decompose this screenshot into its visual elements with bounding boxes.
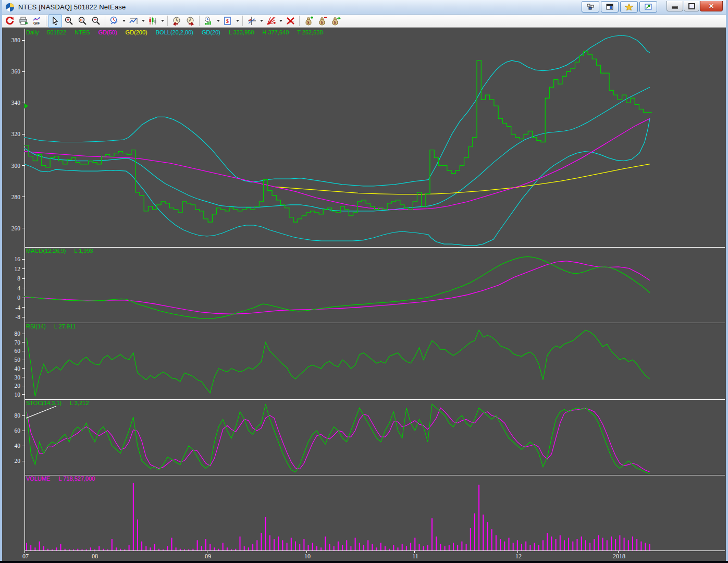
close-button[interactable]: ✕ — [700, 1, 723, 11]
y-tick-label: 300 — [11, 163, 21, 169]
axes-button[interactable] — [245, 15, 258, 28]
y-tick-label: 40 — [15, 443, 21, 449]
volume-bar — [150, 547, 151, 550]
minimize-button[interactable] — [667, 1, 683, 11]
volume-bar — [30, 545, 31, 550]
favorites-button[interactable] — [620, 1, 638, 13]
volume-bar — [534, 543, 535, 550]
volume-bar — [235, 549, 236, 550]
toolbar-separator — [242, 16, 243, 26]
y-tick-label: 12 — [15, 266, 21, 272]
volume-bar — [244, 546, 245, 550]
user-trendline[interactable] — [26, 406, 56, 418]
volume-bar — [355, 538, 356, 550]
fan-lines-dropdown[interactable] — [278, 15, 283, 27]
volume-bar — [158, 549, 159, 550]
scroll-right-icon — [186, 16, 195, 26]
close-icon: ✕ — [709, 3, 714, 10]
toolbar: GIF 0 — [2, 15, 726, 28]
volume-bar — [197, 540, 198, 550]
y-tick-label: 360 — [11, 68, 21, 75]
chart-canvas[interactable]: 3803603403203002802601612840-4-880706050… — [2, 28, 726, 561]
fan-lines-button[interactable] — [264, 15, 278, 28]
toolbar-separator — [199, 16, 200, 26]
volume-bar — [449, 545, 450, 550]
volume-bar — [585, 540, 586, 550]
toolbar-separator — [167, 16, 168, 26]
gif-export-icon: GIF — [32, 16, 42, 26]
volume-bar — [598, 535, 599, 550]
volume-bar — [265, 517, 266, 550]
titlebar[interactable]: NTES [NASDAQ] 501822 NetEase ✕ — [2, 0, 726, 15]
chart-type-button[interactable] — [146, 15, 159, 28]
axes-dropdown[interactable] — [258, 15, 264, 27]
volume-bar — [572, 542, 573, 550]
volume-bar — [380, 543, 381, 550]
volume-bar — [176, 547, 177, 550]
vol-legend: VOLUMEL 718,527,000 — [26, 475, 95, 482]
volume-bar — [316, 546, 317, 550]
dock-window-button[interactable] — [601, 1, 619, 13]
zoom-in-button[interactable] — [62, 15, 76, 28]
print-button[interactable] — [17, 15, 30, 28]
volume-bar — [538, 545, 539, 550]
x-axis: 0708091011122018 — [22, 550, 625, 560]
delete-drawings-button[interactable] — [283, 15, 297, 28]
line-style-dropdown[interactable] — [140, 15, 146, 27]
y-tick-label: 30 — [15, 374, 21, 381]
volume-bar — [577, 539, 578, 550]
rsi-legend: RSI(14)L 27,911 — [26, 323, 76, 329]
volume-bar — [69, 549, 70, 550]
volume-bar — [188, 549, 189, 550]
indicators-dropdown[interactable] — [215, 15, 221, 27]
volume-bar — [163, 549, 164, 550]
buy-button[interactable]: $ — [302, 15, 315, 28]
scroll-left-button[interactable] — [170, 15, 183, 28]
zoom-reset-button[interactable]: 0 — [76, 15, 89, 28]
volume-bar — [398, 547, 399, 550]
refresh-button[interactable] — [3, 15, 17, 28]
volume-bar — [615, 539, 616, 550]
volume-bar — [325, 536, 326, 550]
indicators-button[interactable] — [202, 15, 215, 28]
price-close-step-line — [24, 51, 652, 222]
volume-bar — [82, 549, 83, 550]
volume-bar — [116, 547, 117, 550]
volume-bar — [414, 538, 415, 550]
volume-bar — [402, 544, 403, 550]
transfer-button[interactable]: $ — [329, 15, 342, 28]
chart-type-dropdown[interactable] — [159, 15, 165, 27]
boll-upper-band — [24, 35, 650, 186]
volume-bar — [73, 549, 74, 550]
y-tick-label: 8 — [17, 275, 20, 282]
chart-area[interactable]: 3803603403203002802601612840-4-880706050… — [2, 28, 726, 561]
volume-bar — [90, 547, 91, 550]
volume-bar — [636, 539, 637, 550]
cursor-icon — [51, 17, 59, 26]
sell-button[interactable]: $ — [315, 15, 329, 28]
volume-bar — [320, 547, 322, 550]
svg-text:$: $ — [226, 18, 229, 24]
period-dropdown[interactable] — [121, 15, 127, 27]
quotes-button[interactable]: $ — [221, 15, 235, 28]
volume-bar — [491, 529, 492, 550]
scroll-right-button[interactable] — [183, 15, 197, 28]
export-gif-button[interactable]: GIF — [30, 15, 44, 28]
zoom-out-button[interactable] — [89, 15, 103, 28]
cursor-button[interactable] — [48, 15, 62, 28]
period-icon — [109, 16, 119, 26]
volume-bar — [551, 536, 552, 550]
zoom-out-icon — [91, 16, 101, 26]
volume-bar — [86, 549, 87, 550]
annotate-button[interactable] — [639, 1, 657, 13]
volume-bar — [564, 540, 565, 550]
volume-bar — [65, 549, 66, 550]
volume-bar — [346, 540, 347, 550]
layout-button[interactable] — [582, 1, 599, 13]
period-button[interactable] — [107, 15, 121, 28]
quotes-dropdown[interactable] — [235, 15, 240, 27]
volume-bar — [201, 546, 202, 550]
restore-button[interactable] — [684, 1, 699, 11]
line-style-button[interactable] — [127, 15, 140, 28]
x-tick-label: 08 — [92, 553, 98, 560]
